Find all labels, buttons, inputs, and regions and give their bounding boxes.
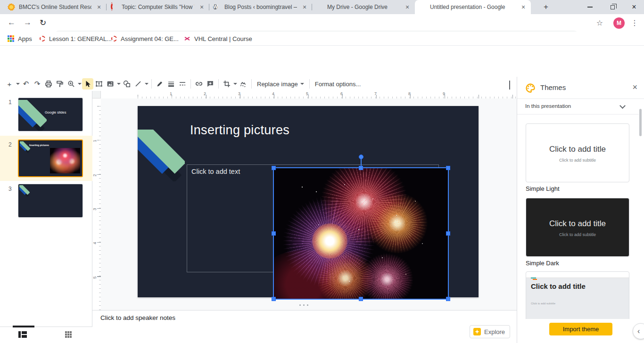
resize-handle-n[interactable] — [359, 166, 363, 170]
resize-handle-nw[interactable] — [272, 166, 276, 170]
tab-topic[interactable]: Topic: Computer Skills "How To × — [107, 0, 209, 14]
mask-image-dropdown[interactable] — [232, 78, 238, 90]
zoom-dropdown[interactable] — [77, 78, 82, 90]
resize-handle-e[interactable] — [446, 231, 450, 236]
bookmark-apps[interactable]: Apps — [8, 32, 32, 46]
themes-filter-dropdown[interactable]: In this presentation — [517, 99, 639, 114]
border-color-pen-button[interactable] — [154, 78, 165, 90]
profile-avatar[interactable]: M — [612, 14, 626, 32]
minimize-button[interactable] — [583, 0, 597, 14]
filter-label: In this presentation — [525, 103, 571, 109]
reload-button[interactable]: ↻ — [40, 18, 46, 28]
apps-grid-icon — [8, 35, 14, 42]
resize-handle-se[interactable] — [446, 297, 450, 301]
tab-slides-active[interactable]: Untitled presentation - Google × — [415, 0, 531, 14]
theme-subtitle-text: Click to add subtitle — [526, 158, 629, 163]
toolbar-divider — [251, 79, 252, 89]
paint-format-button[interactable] — [54, 78, 66, 90]
toolbar-divider — [309, 79, 310, 89]
back-button[interactable]: ← — [8, 18, 16, 27]
slide-thumbnail-3[interactable] — [18, 184, 83, 218]
bookmark-label: Apps — [18, 35, 32, 42]
window-close-button[interactable]: × — [627, 0, 641, 14]
filmstrip-view-icon[interactable] — [18, 331, 27, 338]
tab-drive[interactable]: My Drive - Google Drive × — [312, 0, 415, 14]
line-weight-button[interactable] — [165, 78, 177, 90]
bookmark-assignment04[interactable]: Assignment 04: GE... — [111, 32, 179, 46]
insert-image-button[interactable] — [105, 78, 116, 90]
insert-link-button[interactable] — [193, 78, 205, 90]
replace-image-button[interactable]: Replace image — [257, 81, 304, 88]
format-options-button[interactable]: Format options... — [315, 81, 361, 88]
themes-panel: Themes × In this presentation Click to a… — [517, 77, 644, 343]
close-icon[interactable]: × — [95, 3, 103, 11]
toolbar-divider — [190, 79, 191, 89]
select-tool-button[interactable] — [82, 78, 93, 90]
shape-button[interactable] — [121, 78, 132, 90]
print-button[interactable] — [43, 78, 54, 90]
close-icon[interactable]: × — [198, 3, 206, 11]
bookmark-vhl-central[interactable]: VHL Central | Course — [184, 32, 252, 46]
slide-thumbnail-2-selected[interactable]: Inserting pictures — [18, 139, 83, 177]
bmcc-favicon — [8, 3, 15, 11]
slide-canvas: 12 34 56 78 9 12 34 5 Inserting pictures… — [92, 91, 517, 310]
add-comment-button[interactable] — [205, 78, 216, 90]
tab-bmcc[interactable]: BMCC's Online Student Resour × — [4, 0, 107, 14]
slide-page[interactable]: Inserting pictures Click to add text — [138, 106, 479, 297]
tab-title: My Drive - Google Drive — [327, 4, 400, 10]
dashed-circle-favicon — [111, 2, 113, 11]
zoom-button[interactable] — [66, 78, 77, 90]
hide-menus-button[interactable] — [509, 82, 510, 90]
import-theme-button[interactable]: Import theme — [549, 323, 612, 335]
theme-card-simple-light[interactable]: Click to add title Click to add subtitle — [526, 123, 629, 182]
resize-handle-w[interactable] — [272, 231, 276, 236]
new-slide-dropdown[interactable] — [15, 78, 20, 90]
forward-button[interactable]: → — [24, 18, 32, 27]
notes-resize-handle[interactable] — [299, 304, 308, 306]
recolor-image-button[interactable] — [238, 78, 249, 90]
wordpress-favicon: W — [213, 4, 217, 9]
ribbon-graphic — [18, 100, 47, 131]
themes-header: Themes × — [517, 77, 644, 99]
theme-card-coral[interactable]: Click to add title Click to add subtitle — [526, 271, 629, 323]
grid-view-icon[interactable] — [65, 331, 73, 338]
dashed-circle-icon — [40, 36, 45, 41]
slide-number: 3 — [8, 186, 12, 192]
rotation-handle[interactable] — [359, 155, 363, 159]
redo-button[interactable]: ↷ — [32, 78, 43, 90]
close-icon[interactable]: × — [520, 3, 527, 11]
line-tool-dropdown[interactable] — [144, 78, 149, 90]
slide-title-text[interactable]: Inserting pictures — [190, 123, 289, 138]
bookmark-star-button[interactable]: ☆ — [594, 14, 605, 32]
restore-button[interactable] — [605, 0, 619, 14]
close-icon[interactable]: × — [301, 3, 308, 11]
bookmark-lesson1[interactable]: Lesson 1: GENERAL... — [40, 32, 112, 46]
insert-image-dropdown[interactable] — [116, 78, 121, 90]
new-slide-button[interactable]: + — [4, 78, 15, 90]
browser-menu-kebab[interactable]: ⋮ — [629, 14, 640, 32]
speaker-notes-input[interactable]: Click to add speaker notes — [100, 314, 175, 321]
slide-thumbnail-1[interactable]: Google slides — [18, 98, 83, 131]
resize-handle-s[interactable] — [359, 297, 363, 301]
tab-blog[interactable]: W Blog Posts ‹ boomingtravel — × — [209, 0, 312, 14]
view-switcher-bar — [0, 327, 92, 343]
explore-button[interactable]: Explore — [470, 325, 510, 338]
speaker-notes-bar: Click to add speaker notes Explore — [92, 310, 517, 343]
line-tool-button[interactable] — [132, 78, 144, 90]
theme-card-simple-dark[interactable]: Click to add title Click to add subtitle — [526, 198, 629, 257]
placeholder-text: Click to add text — [191, 168, 240, 175]
collapse-panel-button[interactable]: ‹ — [633, 323, 644, 339]
panel-scrollbar[interactable] — [639, 109, 642, 136]
undo-button[interactable]: ↶ — [20, 78, 32, 90]
close-icon[interactable]: × — [632, 82, 637, 92]
close-icon[interactable]: × — [404, 3, 411, 11]
text-box-button[interactable] — [93, 78, 105, 90]
resize-handle-ne[interactable] — [446, 166, 450, 170]
slide-filmstrip: 1 Google slides 2 Inserting pictures 3 — [0, 91, 92, 327]
themes-footer: Import theme ‹ — [517, 319, 644, 343]
replace-image-label: Replace image — [257, 81, 298, 88]
resize-handle-sw[interactable] — [272, 297, 276, 301]
line-dash-button[interactable] — [177, 78, 188, 90]
new-tab-button[interactable]: + — [540, 1, 552, 13]
crop-image-button[interactable] — [221, 78, 232, 90]
